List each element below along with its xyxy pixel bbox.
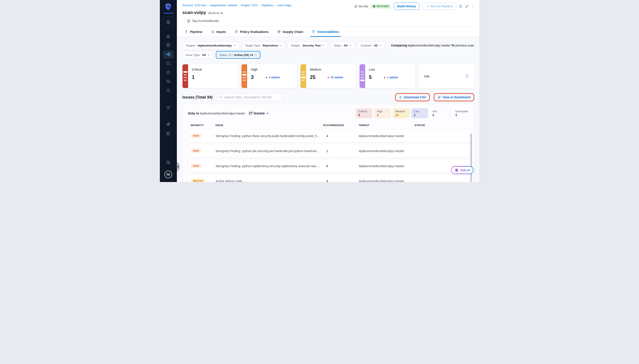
help-chat-icon: ? xyxy=(166,160,171,165)
severity-card-critical[interactable]: Critical 1 xyxy=(182,64,238,88)
view-in-dashboard-annotation-box[interactable]: View in Dashboard xyxy=(434,93,474,101)
chevron-down-icon xyxy=(255,54,257,56)
sidebar-module-selector[interactable] xyxy=(163,17,173,28)
target: tejakummarikuntla/vulpy:master xyxy=(359,179,415,182)
sidebar-item-executions[interactable] xyxy=(166,61,171,66)
tab-supply-chain[interactable]: Supply Chain xyxy=(277,27,303,36)
sidebar-item-project-resources[interactable] xyxy=(166,122,171,127)
severity-badge: HIGH xyxy=(191,164,201,168)
triangle-up-icon xyxy=(384,76,385,78)
chip-high[interactable]: High3 xyxy=(374,108,391,118)
sidebar-item-exemptions[interactable] xyxy=(166,88,171,93)
breadcrumb-account[interactable]: Account: STO test xyxy=(182,4,206,7)
table-scrollbar[interactable] xyxy=(470,134,472,182)
svg-text:?: ? xyxy=(167,161,168,163)
breadcrumb-separator: › xyxy=(238,4,239,7)
severity-meter xyxy=(301,64,306,88)
sidebar-item-pipelines-active[interactable] xyxy=(163,50,174,58)
header-actions: 5m 20s SUCCESS Build History Re-run Pipe… xyxy=(354,2,475,10)
chip-exempted[interactable]: Exempted0 xyxy=(453,108,471,118)
issue-row[interactable]: HIGH Semgrep Finding: python.flask.secur… xyxy=(188,129,471,142)
check-circle-icon xyxy=(373,5,375,8)
occurrences: 6 xyxy=(323,164,359,168)
target: tejakummarikuntla/vulpy:master xyxy=(359,149,415,153)
page-title: scan-vulpy xyxy=(182,10,206,15)
filter-targets[interactable]: Targets:tejakummarikuntla/vulpy xyxy=(182,42,239,49)
tab-policy-evaluations[interactable]: Policy Evaluations xyxy=(235,27,269,36)
chevron-down-icon xyxy=(208,54,210,56)
severity-card-high[interactable]: High 3 3 added xyxy=(242,64,297,88)
filter-scanner[interactable]: Scanner:All xyxy=(357,42,385,49)
download-csv-annotation-box[interactable]: Download CSV xyxy=(395,93,430,101)
chip-info[interactable]: Info0 xyxy=(430,108,447,118)
build-history-button[interactable]: Build History xyxy=(394,2,419,10)
sidebar-divider xyxy=(163,117,173,117)
breadcrumb-project[interactable]: Project: STO xyxy=(241,4,258,7)
chevron-down-icon xyxy=(379,45,382,46)
severity-card-low[interactable]: Low 5 1 added xyxy=(360,64,415,88)
breadcrumb-separator: › xyxy=(275,4,276,7)
build-tabs: Pipeline Inputs Policy Evaluations Suppl… xyxy=(177,27,479,37)
inputs-edit-icon xyxy=(211,30,214,33)
edit-pipeline-icon[interactable] xyxy=(465,4,469,8)
sidebar-item-baselines[interactable] xyxy=(166,79,171,84)
filter-row-2: Issue Type:All Status : Active (34) +4 xyxy=(182,51,474,59)
severity-meter xyxy=(242,64,247,88)
issues-panel: Only in tejakummarikuntla/vulpy:master 2… xyxy=(182,104,474,182)
exemption-circle-icon xyxy=(166,88,171,93)
issue-row[interactable]: HIGH Semgrep Finding: python.jwt.securit… xyxy=(188,144,471,158)
download-csv-button[interactable]: Download CSV xyxy=(399,96,426,99)
build-id: (Build Id: 6) xyxy=(208,12,223,15)
issues-search xyxy=(217,94,282,101)
severity-badge: HIGH xyxy=(191,148,201,153)
breadcrumb-current[interactable]: scan-vulpy xyxy=(277,4,291,7)
rerun-pipeline-button[interactable]: Re-run Pipeline xyxy=(422,2,456,10)
info-circle-icon xyxy=(229,54,231,56)
sidebar-item-settings[interactable] xyxy=(166,105,171,110)
sidebar-item-targets[interactable] xyxy=(166,70,171,75)
severity-badge: MEDIUM xyxy=(191,178,205,182)
issue-row[interactable]: HIGH Semgrep Finding: python.sqlalchemy.… xyxy=(188,159,471,172)
tab-inputs[interactable]: Inputs xyxy=(211,27,226,36)
filter-status[interactable]: Status : Active (34) +4 xyxy=(216,51,261,59)
executions-play-icon xyxy=(166,61,171,66)
added-delta: 3 added xyxy=(266,76,280,79)
triangle-up-icon xyxy=(266,76,267,78)
breadcrumb-pipelines[interactable]: Pipelines xyxy=(261,4,273,7)
sidebar-item-org-resources[interactable] xyxy=(166,131,171,136)
harness-sto-logo[interactable] xyxy=(165,3,171,10)
ai-mascot-icon xyxy=(454,168,459,172)
breadcrumb: Account: STO test › Organization: defaul… xyxy=(182,4,291,7)
hierarchy-gear-icon xyxy=(166,131,171,136)
added-delta: 1 added xyxy=(384,76,398,79)
chevron-down-icon xyxy=(322,45,325,46)
breadcrumb-org[interactable]: Organization: default xyxy=(210,4,237,7)
filter-target-type[interactable]: Target Type:Repository xyxy=(242,42,285,49)
chip-critical[interactable]: Critical0 xyxy=(356,108,372,118)
ask-ai-button[interactable]: Ask AI xyxy=(451,166,474,174)
user-avatar[interactable]: TK xyxy=(164,170,172,178)
shield-lock-icon xyxy=(312,30,315,33)
sidebar-item-help[interactable]: ? xyxy=(166,160,171,165)
issue-count-toggle[interactable]: 27 Issues xyxy=(249,111,269,115)
chip-low[interactable]: Low1 xyxy=(411,108,428,118)
status-badge: SUCCESS xyxy=(371,4,391,8)
view-in-dashboard-button[interactable]: View in Dashboard xyxy=(437,96,470,99)
chip-medium[interactable]: Medium23 xyxy=(393,108,409,118)
severity-card-info[interactable]: Info 0 xyxy=(418,64,474,88)
filter-steps[interactable]: Steps:All xyxy=(330,42,355,49)
more-options-icon[interactable] xyxy=(471,4,475,8)
sidebar-item-home[interactable] xyxy=(166,34,171,38)
filter-stages[interactable]: Stages:Security Test xyxy=(288,42,328,49)
search-input[interactable] xyxy=(217,94,282,101)
tab-pipeline[interactable]: Pipeline xyxy=(185,27,202,36)
sidebar-item-overview[interactable] xyxy=(166,43,171,48)
tab-vulnerabilities[interactable]: Vulnerabilities xyxy=(312,27,339,36)
rerun-info-icon[interactable] xyxy=(459,4,462,8)
issues-header: Issues (Total 34) Download CSV View in D… xyxy=(182,93,474,101)
filter-issue-type[interactable]: Issue Type:All xyxy=(182,51,213,59)
issue-title: Active debug code... xyxy=(216,179,323,182)
shield-search-logo-icon xyxy=(165,3,171,10)
issue-row[interactable]: MEDIUM Active debug code... 4 tejakummar… xyxy=(188,174,471,182)
severity-card-medium[interactable]: Medium 25 23 added xyxy=(301,64,356,88)
